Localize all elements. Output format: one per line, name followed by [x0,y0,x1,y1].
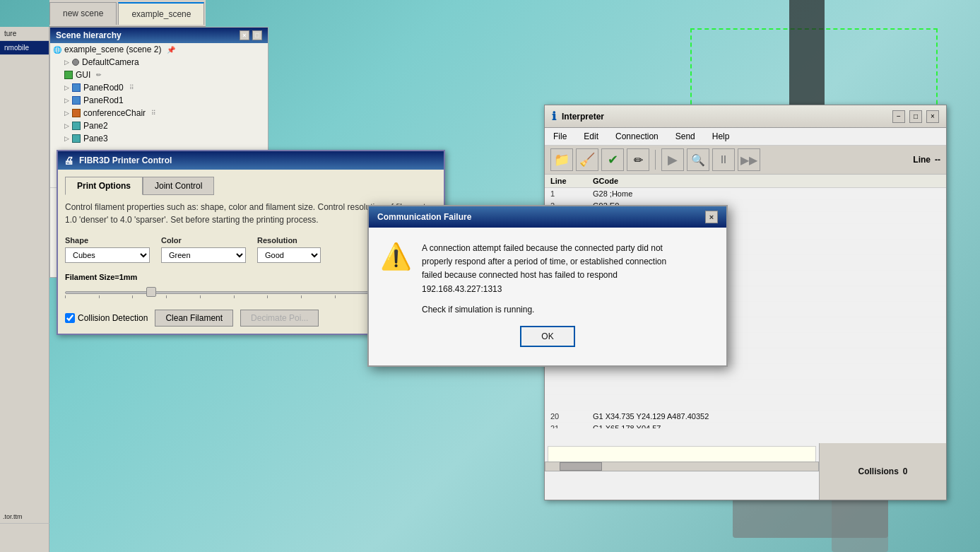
collision-detection-group: Collision Detection [65,313,148,323]
comm-dialog-titlebar: Communication Failure × [369,206,726,228]
tick-7 [267,295,268,298]
interpreter-restore-button[interactable]: □ [909,110,922,123]
scrollbar-thumb[interactable] [560,462,602,471]
menu-connection[interactable]: Connection [613,130,661,143]
tick-6 [234,295,235,298]
line-value: -- [935,155,940,165]
tree-pane2-label: Pane2 [83,121,108,131]
clean-filament-label: Clean Filament [165,313,223,323]
scene-hierarchy-title: Scene hierarchy [56,30,122,40]
panerod1-cube-icon [72,96,81,105]
comm-msg-line1: A connection attempt failed because the … [422,243,663,253]
print-options-tab[interactable]: Print Options [65,177,143,195]
line-display: Line -- [913,155,940,165]
toolbar-check-button[interactable]: ✔ [601,148,624,171]
toolbar-play-button[interactable]: ▶▶ [738,148,760,171]
globe-icon: 🌐 [53,46,61,54]
titlebar-buttons: × □ [240,30,262,40]
sidebar-item-ture[interactable]: ture [0,27,49,41]
tab-new-scene[interactable]: new scene [49,2,117,25]
resolution-label: Resolution [257,236,321,245]
expand-pane3: ▷ [64,135,69,142]
expand-button[interactable]: □ [252,30,262,40]
toolbar-sep1 [655,150,656,170]
comm-msg-line3: failed because connected host has failed… [422,270,618,280]
sidebar-item-nmobile[interactable]: nmobile [0,41,49,55]
collisions-panel: Collisions 0 [819,443,946,500]
tree-gui-label: GUI [76,70,90,80]
print-options-tab-label: Print Options [77,181,131,191]
camera-dot-icon [72,59,79,66]
gcode-row-empty-11 [545,380,946,395]
sidebar-item-file[interactable]: .tor.ttm [0,510,49,524]
panerod0-dots-icon: ⠿ [129,84,134,91]
tree-gui[interactable]: GUI ✏ [50,69,268,81]
collision-detection-checkbox[interactable] [65,313,75,323]
joint-control-tab[interactable]: Joint Control [143,177,214,195]
gcode-line-20: 20 [550,412,593,421]
gcode-code-21: G1 X65.178 Y04.57 [593,424,940,428]
gui-edit-icon: ✏ [96,71,102,78]
gcode-row-20[interactable]: 20 G1 X34.735 Y24.129 A487.40352 [545,411,946,423]
comm-dialog-body: ⚠️ A connection attempt failed because t… [380,242,715,315]
gcode-row-empty-12 [545,395,946,411]
horizontal-scrollbar[interactable] [545,462,819,471]
tree-pane-rod1[interactable]: ▷ PaneRod1 [50,94,268,107]
shape-group: Shape Cubes Cylinders Spheres [65,236,150,263]
gcode-row-21[interactable]: 21 G1 X65.178 Y04.57 [545,423,946,428]
toolbar-search-button[interactable]: 🔍 [687,148,709,171]
color-select[interactable]: Green Red Blue [161,247,246,263]
comm-dialog-content: ⚠️ A connection attempt failed because t… [369,228,726,365]
tree-pane2[interactable]: ▷ Pane2 [50,119,268,132]
interpreter-bottom: Collisions 0 [545,443,946,500]
gcode-row-1[interactable]: 1 G28 ;Home [545,188,946,200]
close-button[interactable]: × [240,30,249,40]
panerod0-cube-icon [72,83,81,92]
pin-icon: 📌 [167,46,175,54]
tab-new-scene-label: new scene [63,8,103,18]
toolbar-arrow-button[interactable]: ▶ [661,148,684,171]
menu-send[interactable]: Send [673,130,698,143]
menu-edit[interactable]: Edit [581,130,601,143]
tick-1 [65,295,66,298]
interpreter-titlebar: ℹ Interpreter − □ × [545,105,946,128]
tick-4 [166,295,167,298]
toolbar-open-button[interactable]: 📁 [550,148,573,171]
decimate-points-label: Decimate Poi... [251,313,308,323]
comm-dialog-close-button[interactable]: × [705,211,718,223]
comm-dialog-title: Communication Failure [377,212,471,222]
gcode-line-1: 1 [550,189,593,198]
svg-rect-1 [733,495,888,538]
clean-filament-button[interactable]: Clean Filament [155,310,233,327]
interpreter-close-button[interactable]: × [926,110,939,123]
toolbar-erase-button[interactable]: 🧹 [576,148,598,171]
comm-ok-label: OK [541,331,553,341]
tree-panerod0-label: PaneRod0 [83,83,124,93]
decimate-points-button[interactable]: Decimate Poi... [240,310,319,327]
tab-example-scene-label: example_scene [131,9,191,19]
menu-file[interactable]: File [550,130,569,143]
toolbar-edit-button[interactable]: ✏ [627,148,649,171]
pane2-icon [72,122,81,130]
resolution-select[interactable]: Good Better Best [257,247,321,263]
interpreter-minimize-button[interactable]: − [892,110,905,123]
tab-example-scene[interactable]: example_scene [118,2,204,25]
tree-pane3[interactable]: ▷ Pane3 [50,132,268,145]
toolbar-pause-button[interactable]: ⏸ [712,148,735,171]
collisions-label: Collisions [858,466,898,476]
chair-cube-icon [72,109,81,117]
comm-ok-button[interactable]: OK [520,326,574,347]
tree-conference-chair[interactable]: ▷ conferenceChair ⠿ [50,107,268,119]
menu-help[interactable]: Help [709,130,733,143]
tab-bar: new scene example_scene [49,0,206,27]
comm-dialog-message-1: A connection attempt failed because the … [422,242,666,296]
color-group: Color Green Red Blue [161,236,246,263]
shape-select[interactable]: Cubes Cylinders Spheres [65,247,150,263]
tree-pane-rod0[interactable]: ▷ PaneRod0 ⠿ [50,81,268,94]
gcode-header-line: Line [550,177,593,185]
interpreter-toolbar: 📁 🧹 ✔ ✏ ▶ 🔍 ⏸ ▶▶ Line -- [545,146,946,175]
tree-root[interactable]: 🌐 example_scene (scene 2) 📌 [50,43,268,56]
comm-dialog-footer: OK [380,326,715,354]
gcode-header-row: Line GCode [545,175,946,188]
tree-default-camera[interactable]: ▷ DefaultCamera [50,56,268,69]
